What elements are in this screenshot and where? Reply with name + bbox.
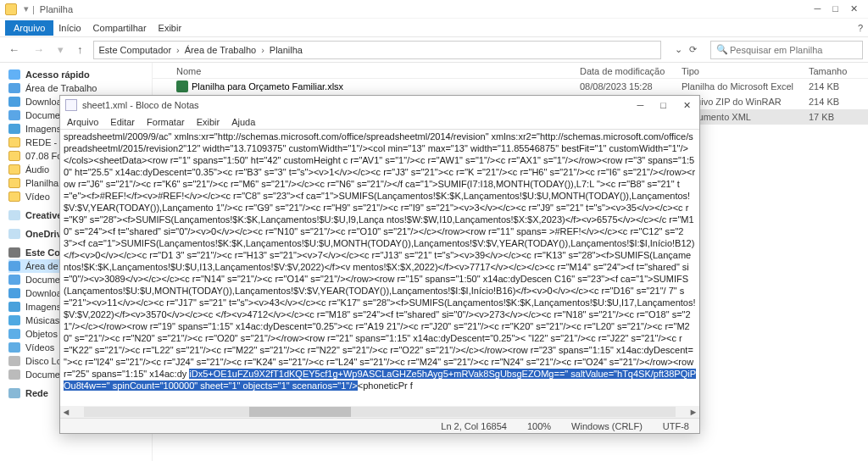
nav-toolbar: ⌄ ⟳ [668,44,704,55]
explorer-title: Planilha [40,4,73,14]
nav-forward-icon[interactable]: → [30,43,47,56]
folder-icon [5,3,17,15]
status-encoding: UTF-8 [663,421,689,431]
col-date[interactable]: Data de modificação [580,66,682,76]
nav-recent-icon[interactable]: ▾ [54,43,67,56]
ribbon-share[interactable]: Compartilhar [93,23,147,33]
text-body: spreadsheetml/2009/9/ac" xmlns:xr="http:… [64,131,696,379]
status-eol: Windows (CRLF) [571,421,643,431]
nav-up-icon[interactable]: ↑ [74,43,86,56]
search-icon: 🔍 [716,44,728,55]
nav-refresh-icon[interactable]: ⟳ [686,44,700,55]
col-size[interactable]: Tamanho [809,66,868,76]
notepad-title: sheet1.xml - Bloco de Notas [82,100,199,110]
explorer-ribbon: Arquivo Início Compartilhar Exibir ? [0,19,868,37]
notepad-maximize-icon[interactable]: □ [657,100,670,111]
crumb-0[interactable]: Este Computador [99,45,172,55]
scroll-right-icon[interactable]: ► [687,407,699,417]
text-tail: <phoneticPr f [358,380,413,391]
explorer-minimize-icon[interactable]: ─ [815,3,821,14]
notepad-statusbar: Ln 2, Col 16854 100% Windows (CRLF) UTF-… [60,418,699,433]
search-input[interactable] [711,45,862,55]
np-menu-edit[interactable]: Editar [110,117,135,127]
np-menu-help[interactable]: Ajuda [231,117,255,127]
ribbon-file[interactable]: Arquivo [5,20,53,36]
crumb-1[interactable]: Área de Trabalho [185,45,256,55]
notepad-textarea[interactable]: spreadsheetml/2009/9/ac" xmlns:xr="http:… [60,130,699,406]
sidebar-item[interactable]: Área de Trabalho [8,81,152,95]
nav-dropdown-icon[interactable]: ⌄ [671,44,686,55]
status-zoom: 100% [527,421,551,431]
ribbon-home[interactable]: Início [58,23,81,33]
notepad-window: sheet1.xml - Bloco de Notas ─ □ ✕ Arquiv… [59,95,700,434]
np-menu-view[interactable]: Exibir [197,117,220,127]
crumb-2[interactable]: Planilha [270,45,303,55]
explorer-maximize-icon[interactable]: □ [832,3,838,14]
explorer-close-icon[interactable]: ✕ [850,3,858,14]
file-columns[interactable]: Nome Data de modificação Tipo Tamanho [153,63,868,79]
small-arrow: ▾ [24,3,29,14]
ribbon-help-icon[interactable]: ? [858,23,863,33]
file-row[interactable]: Planilha para Orçameto Familiar.xlsx08/0… [153,79,868,94]
notepad-close-icon[interactable]: ✕ [680,100,694,111]
notepad-titlebar: sheet1.xml - Bloco de Notas ─ □ ✕ [60,96,699,114]
explorer-titlebar: ▾ | Planilha ─ □ ✕ [0,0,868,19]
col-type[interactable]: Tipo [682,66,809,76]
scroll-left-icon[interactable]: ◄ [60,407,72,417]
col-name[interactable]: Nome [176,66,580,76]
breadcrumb[interactable]: Este Computador› Área de Trabalho› Plani… [93,41,662,59]
notepad-menu: Arquivo Editar Formatar Exibir Ajuda [60,114,699,130]
np-menu-format[interactable]: Formatar [147,117,185,127]
status-position: Ln 2, Col 16854 [441,421,507,431]
ribbon-view[interactable]: Exibir [159,23,182,33]
sidebar-quick-access[interactable]: Acesso rápido [8,68,152,81]
np-menu-file[interactable]: Arquivo [67,117,98,127]
notepad-hscrollbar[interactable]: ◄ ► [60,406,699,418]
explorer-navbar: ← → ▾ ↑ Este Computador› Área de Trabalh… [0,37,868,63]
nav-back-icon[interactable]: ← [5,43,23,56]
folder-separator: | [32,4,35,14]
explorer-search[interactable]: 🔍 [710,41,863,59]
notepad-minimize-icon[interactable]: ─ [634,100,648,111]
notepad-icon [65,99,77,111]
scroll-thumb[interactable] [249,407,351,417]
